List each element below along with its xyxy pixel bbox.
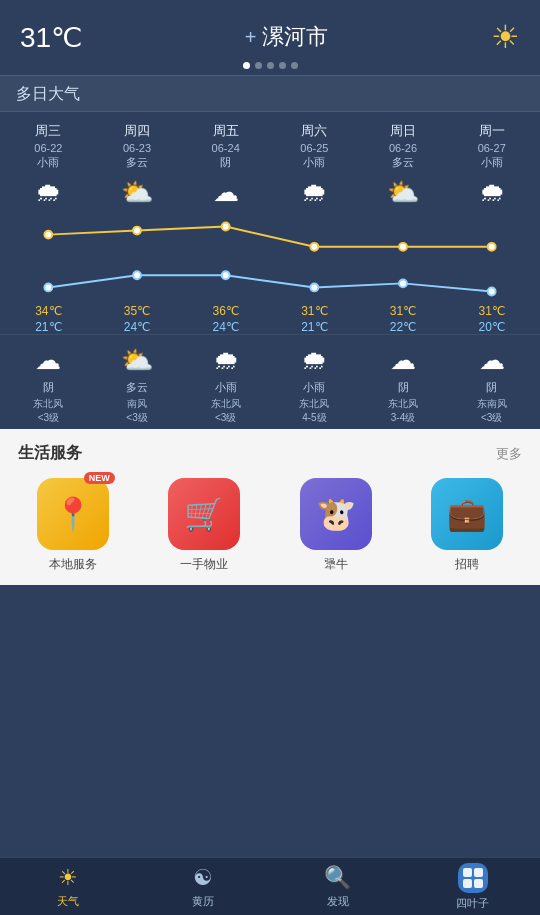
high-temp-label: 31℃ (447, 304, 536, 318)
wind-dir: 东北风 (33, 397, 63, 411)
weather-icon-top: 🌧 (294, 174, 334, 210)
service-item-1[interactable]: 🛒 一手物业 (144, 478, 266, 573)
svg-point-8 (222, 271, 230, 279)
svg-rect-15 (474, 879, 483, 888)
svg-point-5 (488, 243, 496, 251)
services-grid: NEW 📍 本地服务 🛒 一手物业 🐮 犟牛 💼 招聘 (0, 474, 540, 585)
nav-label: 天气 (57, 894, 79, 909)
low-temp-label: 24℃ (93, 320, 182, 334)
new-badge: NEW (84, 472, 115, 484)
wind-level: 3-4级 (391, 411, 415, 425)
nav-icon: ☀ (58, 865, 78, 891)
svg-point-10 (399, 279, 407, 287)
weather-icon-bot: ☁ (390, 343, 416, 377)
service-label: 犟牛 (324, 556, 348, 573)
service-emoji: 💼 (447, 495, 487, 533)
wind-level: <3级 (38, 411, 59, 425)
service-emoji: 🐮 (316, 495, 356, 533)
current-temperature: 31℃ (20, 21, 82, 54)
service-icon-wrap: NEW 📍 (37, 478, 109, 550)
night-col-5: ☁ 阴 东南风 <3级 (447, 343, 536, 425)
services-more-button[interactable]: 更多 (496, 445, 522, 463)
dot-5[interactable] (291, 62, 298, 69)
day-name: 周五 (213, 122, 239, 140)
weather-main-icon: ☀ (491, 18, 520, 56)
day-col-1: 周四 06-23 多云 ⛅ (93, 122, 182, 210)
day-name: 周三 (35, 122, 61, 140)
day-date: 06-25 (300, 142, 328, 154)
dot-4[interactable] (279, 62, 286, 69)
weather-icon-bot: 🌧 (213, 343, 239, 377)
service-item-3[interactable]: 💼 招聘 (407, 478, 529, 573)
dot-2[interactable] (255, 62, 262, 69)
weather-icon-top: ⛅ (383, 174, 423, 210)
night-desc: 小雨 (215, 380, 237, 395)
weather-icon-top: 🌧 (28, 174, 68, 210)
days-top-container: 周三 06-22 小雨 🌧 周四 06-23 多云 ⛅ 周五 06-24 阴 ☁… (0, 112, 540, 214)
nav-label: 黄历 (192, 894, 214, 909)
night-desc: 阴 (43, 380, 54, 395)
nav-item-发现[interactable]: 🔍 发现 (270, 858, 405, 915)
bottom-navigation: ☀ 天气 ☯ 黄历 🔍 发现 四叶子 (0, 857, 540, 915)
weather-icon-top: ⛅ (117, 174, 157, 210)
weather-icon-top: ☁ (206, 174, 246, 210)
night-desc: 阴 (398, 380, 409, 395)
low-temp-labels: 21℃24℃24℃21℃22℃20℃ (0, 320, 540, 334)
night-desc: 阴 (486, 380, 497, 395)
chart-svg (4, 214, 536, 304)
svg-point-7 (133, 271, 141, 279)
service-item-0[interactable]: NEW 📍 本地服务 (12, 478, 134, 573)
wind-dir: 东北风 (388, 397, 418, 411)
add-city-icon[interactable]: + (245, 26, 257, 49)
service-icon-wrap: 🐮 (300, 478, 372, 550)
nav-icon: ☯ (193, 865, 213, 891)
night-col-0: ☁ 阴 东北风 <3级 (4, 343, 93, 425)
day-desc-top: 阴 (220, 155, 231, 170)
svg-rect-14 (463, 879, 472, 888)
high-temp-label: 36℃ (181, 304, 270, 318)
city-name: 漯河市 (262, 22, 328, 52)
day-desc-top: 小雨 (303, 155, 325, 170)
nav-item-黄历[interactable]: ☯ 黄历 (135, 858, 270, 915)
nav-item-天气[interactable]: ☀ 天气 (0, 858, 135, 915)
nav-label: 发现 (327, 894, 349, 909)
wind-level: <3级 (215, 411, 236, 425)
nav-icon: 🔍 (324, 865, 351, 891)
low-temp-label: 21℃ (4, 320, 93, 334)
low-temp-label: 21℃ (270, 320, 359, 334)
multiday-section-title: 多日大气 (0, 75, 540, 112)
dot-1[interactable] (243, 62, 250, 69)
svg-rect-12 (463, 868, 472, 877)
service-icon-wrap: 🛒 (168, 478, 240, 550)
day-col-3: 周六 06-25 小雨 🌧 (270, 122, 359, 210)
svg-point-9 (310, 284, 318, 292)
day-date: 06-24 (212, 142, 240, 154)
day-name: 周六 (301, 122, 327, 140)
wind-dir: 东北风 (211, 397, 241, 411)
svg-point-1 (133, 227, 141, 235)
nav-item-四叶子[interactable]: 四叶子 (405, 858, 540, 915)
service-item-2[interactable]: 🐮 犟牛 (275, 478, 397, 573)
day-name: 周日 (390, 122, 416, 140)
four-leaf-icon (458, 863, 488, 893)
night-desc: 小雨 (303, 380, 325, 395)
high-temp-label: 35℃ (93, 304, 182, 318)
svg-point-0 (44, 231, 52, 239)
service-label: 本地服务 (49, 556, 97, 573)
wind-dir: 东南风 (477, 397, 507, 411)
day-desc-top: 小雨 (37, 155, 59, 170)
day-desc-top: 多云 (126, 155, 148, 170)
city-selector[interactable]: + 漯河市 (245, 22, 329, 52)
page-dots (0, 62, 540, 75)
wind-level: 4-5级 (302, 411, 326, 425)
svg-point-11 (488, 288, 496, 296)
service-emoji: 🛒 (184, 495, 224, 533)
dot-3[interactable] (267, 62, 274, 69)
svg-rect-13 (474, 868, 483, 877)
days-night-container: ☁ 阴 东北风 <3级 ⛅ 多云 南风 <3级 🌧 小雨 东北风 <3级 🌧 小… (0, 334, 540, 429)
high-temp-label: 34℃ (4, 304, 93, 318)
day-date: 06-23 (123, 142, 151, 154)
night-col-3: 🌧 小雨 东北风 4-5级 (270, 343, 359, 425)
wind-dir: 南风 (127, 397, 147, 411)
nav-label: 四叶子 (456, 896, 489, 911)
